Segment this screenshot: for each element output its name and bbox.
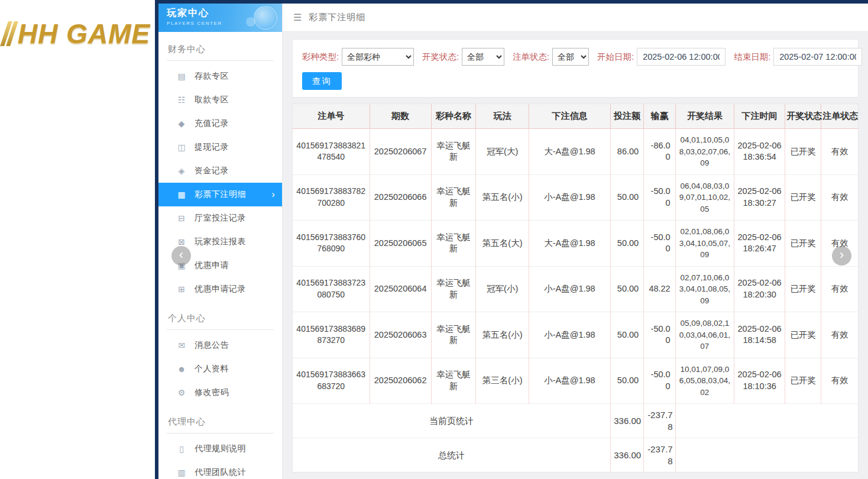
globe-decoration-icon <box>254 6 277 30</box>
sidebar-item-label: 厅室投注记录 <box>195 213 246 224</box>
sidebar-item-funds-records[interactable]: ◈资金记录 <box>158 159 282 183</box>
cell-bet-status: 有效 <box>821 358 858 404</box>
sidebar-item-lottery-bet-details[interactable]: ▦彩票下注明细› <box>158 183 282 206</box>
cell-bet-amount: 50.00 <box>610 358 643 404</box>
table-header-row: 注单号期数彩种名称玩法下注信息投注额输赢开奖结果下注时间开奖状态注单状态 <box>293 104 858 129</box>
sidebar-item-promo-records[interactable]: ⊞优惠申请记录 <box>158 277 282 301</box>
cell-bet-time: 2025-02-06 18:30:27 <box>734 174 785 221</box>
column-header: 输赢 <box>644 104 676 129</box>
lottery-type-filter: 彩种类型: 全部彩种 <box>302 48 414 66</box>
sidebar-item-label: 彩票下注明细 <box>195 189 246 200</box>
sidebar-item-label: 优惠申请记录 <box>195 284 246 294</box>
menu-toggle-icon[interactable]: ☰ <box>293 12 302 23</box>
page-summary-winloss-total: -237.78 <box>644 404 676 438</box>
sidebar-item-profile[interactable]: ☻个人资料 <box>158 357 282 381</box>
cell-bet-amount: 50.00 <box>610 174 643 221</box>
end-date-filter: 结束日期: <box>734 48 862 66</box>
sidebar-item-label: 玩家投注报表 <box>195 237 246 247</box>
cell-bet-amount: 50.00 <box>610 266 643 312</box>
page-summary-bet-total: 336.00 <box>610 404 643 438</box>
bet-status-filter: 注单状态: 全部 <box>513 48 589 66</box>
end-date-label: 结束日期: <box>734 51 770 63</box>
bet-table: 注单号期数彩种名称玩法下注信息投注额输赢开奖结果下注时间开奖状态注单状态 401… <box>293 104 858 472</box>
cell-period: 20250206066 <box>370 174 431 221</box>
cell-bet-no: 401569173883723080750 <box>293 266 370 312</box>
agent-rules-icon: ▯ <box>176 444 187 454</box>
end-date-input[interactable] <box>773 48 862 66</box>
table-row: 40156917388366368372020250206062幸运飞艇新第三名… <box>293 358 858 404</box>
page-summary-label: 当前页统计 <box>293 404 610 438</box>
cell-bet-info: 大-A盘@1.98 <box>529 221 611 267</box>
start-date-input[interactable] <box>637 48 726 66</box>
cell-win-loss: -86.00 <box>644 129 676 175</box>
sidebar-item-label: 消息公告 <box>195 340 229 351</box>
sidebar-section-title: 代理中心 <box>167 413 274 433</box>
column-header: 注单号 <box>293 104 370 129</box>
withdrawal-records-icon: ◫ <box>176 143 187 152</box>
sidebar-item-label: 代理团队统计 <box>195 467 246 478</box>
table-row: 40156917388378270028020250206066幸运飞艇新第五名… <box>293 174 858 221</box>
cell-lottery-name: 幸运飞艇新 <box>431 129 476 175</box>
sidebar-item-label: 资金记录 <box>195 166 229 176</box>
cell-period: 20250206062 <box>370 358 431 404</box>
bet-status-select[interactable]: 全部 <box>552 48 589 66</box>
sidebar-item-agent-team-stats[interactable]: ▥代理团队统计 <box>158 461 282 479</box>
deposit-icon: ▤ <box>176 72 187 81</box>
sidebar-item-label: 充值记录 <box>195 118 229 129</box>
cell-bet-info: 大-A盘@1.98 <box>529 129 611 175</box>
sidebar-header: 玩家中心 PLAYERS CENTER <box>158 4 282 32</box>
sidebar-item-recharge-records[interactable]: ◆充值记录 <box>158 112 282 135</box>
sidebar-item-label: 优惠申请 <box>195 260 229 271</box>
cell-draw-result: 06,04,08,03,09,07,01,10,02,05 <box>675 174 734 221</box>
sidebar-item-hall-bet-records[interactable]: ⊟厅室投注记录 <box>158 206 282 230</box>
filter-row: 彩种类型: 全部彩种 开奖状态: 全部 注单状态: <box>302 48 848 66</box>
table-row: 40156917388376076809020250206065幸运飞艇新第五名… <box>293 221 858 267</box>
cell-play: 第五名(小) <box>476 174 529 221</box>
column-header: 期数 <box>370 104 431 129</box>
logo-bars-icon <box>2 20 17 48</box>
profile-icon: ☻ <box>176 364 187 374</box>
cell-bet-time: 2025-02-06 18:14:58 <box>734 312 785 358</box>
page-summary-row: 当前页统计 336.00 -237.78 <box>293 404 858 438</box>
cell-bet-time: 2025-02-06 18:26:47 <box>734 221 785 267</box>
cell-lottery-name: 幸运飞艇新 <box>431 174 476 221</box>
filter-actions-row: 查询 <box>302 72 848 90</box>
draw-status-filter: 开奖状态: 全部 <box>422 48 504 66</box>
cell-period: 20250206063 <box>370 312 431 358</box>
sidebar-item-deposit[interactable]: ▤存款专区 <box>158 64 282 88</box>
sidebar-item-announcement[interactable]: ✉消息公告 <box>158 334 282 357</box>
sidebar-item-password[interactable]: ⚙修改密码 <box>158 381 282 404</box>
collapse-left-button[interactable]: ‹ <box>171 246 191 266</box>
content-area: 彩种类型: 全部彩种 开奖状态: 全部 注单状态: <box>283 32 868 479</box>
table-body: 40156917388382147854020250206067幸运飞艇新冠军(… <box>293 129 858 404</box>
start-date-label: 开始日期: <box>597 51 634 63</box>
cell-win-loss: -50.00 <box>644 358 676 404</box>
cell-play: 第五名(小) <box>476 312 529 358</box>
lottery-type-select[interactable]: 全部彩种 <box>342 48 414 66</box>
sidebar-section-title: 个人中心 <box>167 309 274 330</box>
cell-lottery-name: 幸运飞艇新 <box>431 312 476 358</box>
scroll-right-button[interactable]: › <box>832 246 851 266</box>
cell-play: 冠军(小) <box>476 266 529 312</box>
draw-status-select[interactable]: 全部 <box>462 48 504 66</box>
agent-team-stats-icon: ▥ <box>176 468 187 477</box>
cell-bet-info: 小-A盘@1.98 <box>529 174 611 221</box>
sidebar: 玩家中心 PLAYERS CENTER 财务中心▤存款专区☷取款专区◆充值记录◫… <box>158 4 283 479</box>
cell-bet-amount: 86.00 <box>610 129 643 175</box>
start-date-filter: 开始日期: <box>597 48 726 66</box>
column-header: 下注时间 <box>734 104 785 129</box>
bet-table-card: 注单号期数彩种名称玩法下注信息投注额输赢开奖结果下注时间开奖状态注单状态 401… <box>292 103 859 472</box>
sidebar-item-withdraw[interactable]: ☷取款专区 <box>158 88 282 112</box>
query-button[interactable]: 查询 <box>302 72 342 90</box>
cell-bet-status: 有效 <box>821 266 858 312</box>
cell-play: 第三名(小) <box>476 358 529 404</box>
cell-play: 第五名(大) <box>476 221 529 267</box>
withdraw-icon: ☷ <box>176 95 187 105</box>
sidebar-item-agent-rules[interactable]: ▯代理规则说明 <box>158 437 282 461</box>
sidebar-item-withdrawal-records[interactable]: ◫提现记录 <box>158 135 282 159</box>
brand-logo: HH GAME <box>2 18 150 50</box>
sidebar-section-title: 财务中心 <box>167 40 274 61</box>
cell-bet-status: 有效 <box>821 174 858 221</box>
cell-bet-time: 2025-02-06 18:36:54 <box>734 129 785 175</box>
cell-draw-result: 10,01,07,09,06,05,08,03,04,02 <box>675 358 734 404</box>
